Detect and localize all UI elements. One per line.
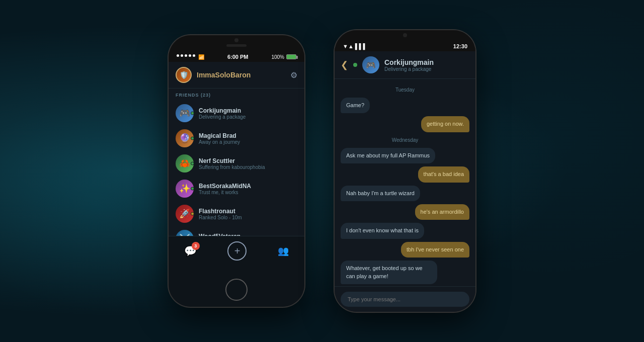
message-bubble: tbh I've never seen one: [401, 242, 469, 258]
signal-dots: 📶: [177, 54, 204, 60]
contact-info: Corkijungmain Delivering a package: [384, 58, 469, 72]
friend-info: Nerf Scuttler Suffering from kabourophob…: [199, 157, 297, 170]
friend-item[interactable]: 🔮 Magical Brad Away on a journey: [169, 126, 304, 151]
message-bubble: I don't even know what that is: [341, 223, 424, 238]
message-bubble: Ask me about my full AP Rammus: [341, 148, 435, 163]
battery-percent: 100%: [271, 54, 284, 60]
message-bubble: that's a bad idea: [418, 166, 469, 182]
home-button-area: [169, 276, 304, 307]
home-button[interactable]: [225, 279, 248, 301]
chat-button[interactable]: 💬 3: [184, 245, 197, 257]
friend-name: Flashtronaut: [199, 208, 297, 215]
day-label-wednesday: Wednesday: [341, 137, 469, 143]
friend-info: Flashtronaut Ranked Solo - 10m: [199, 208, 297, 220]
friend-item[interactable]: ✨ BestSorakaMidNA Trust me, it works: [169, 176, 304, 201]
contact-avatar: 🎮: [362, 56, 379, 73]
friend-status: Trust me, it works: [199, 190, 297, 195]
friend-avatar: ⚔️: [176, 230, 194, 236]
back-button[interactable]: ❮: [341, 59, 348, 70]
message-bubble: Game?: [341, 98, 370, 113]
friend-item[interactable]: 🎮 Corkijungmain Delivering a package: [169, 101, 304, 126]
friend-item[interactable]: ⚔️ Wood5Veteran Just got a pentakill 40m: [169, 226, 304, 236]
message-bubble: he's an armordillo: [415, 204, 469, 220]
app-header: 🛡️ ImmaSoloBaron ⚙: [169, 62, 304, 89]
chat-header: ❮ 🎮 Corkijungmain Delivering a package: [335, 51, 475, 79]
status-time: 6:00 PM: [227, 54, 249, 60]
friend-item[interactable]: 🦀 Nerf Scuttler Suffering from kabouroph…: [169, 151, 304, 176]
friends-label: FRIENDS (23): [169, 89, 304, 101]
friend-status: Delivering a package: [199, 114, 297, 120]
friend-name: Wood5Veteran: [199, 233, 283, 236]
friend-status: Away on a journey: [199, 139, 297, 145]
message-bubble: getting on now.: [421, 116, 469, 132]
user-avatar: 🛡️: [176, 67, 192, 83]
online-dot: [191, 162, 194, 165]
camera: [403, 33, 407, 37]
camera: [234, 38, 238, 42]
battery-status: 100%: [271, 54, 296, 60]
friend-info: Wood5Veteran Just got a pentakill: [199, 233, 283, 236]
friend-info: Corkijungmain Delivering a package: [199, 107, 297, 120]
signal-icon: ▼▲ ▌▌▌: [343, 43, 367, 49]
wifi-icon: 📶: [198, 54, 204, 60]
bottom-navigation: 💬 3 + 👥: [169, 236, 304, 276]
friend-info: Magical Brad Away on a journey: [199, 132, 297, 145]
online-indicator: [353, 63, 357, 67]
friends-list: FRIENDS (23) 🎮 Corkijungmain Delivering …: [169, 89, 304, 236]
online-dot: [191, 137, 194, 140]
right-phone: ▼▲ ▌▌▌ 12:30 ❮ 🎮 Corkijungmain Deliverin…: [335, 30, 475, 312]
left-phone: 📶 6:00 PM 100% 🛡️ ImmaSoloBaron ⚙ FRIEND…: [169, 35, 304, 307]
friends-button[interactable]: 👥: [278, 245, 289, 256]
online-dot: [191, 187, 194, 191]
user-name: ImmaSoloBaron: [197, 71, 285, 79]
message-bubble: Nah baby I'm a turtle wizard: [341, 186, 420, 201]
message-input-bar: [335, 286, 475, 312]
status-bar-right: ▼▲ ▌▌▌ 12:30: [335, 39, 475, 51]
friend-name: BestSorakaMidNA: [199, 183, 297, 190]
friend-status: Ranked Solo - 10m: [199, 215, 297, 220]
friend-name: Nerf Scuttler: [199, 157, 297, 164]
speaker: [226, 44, 247, 47]
add-friend-button[interactable]: +: [227, 241, 247, 261]
friend-info: BestSorakaMidNA Trust me, it works: [199, 183, 297, 195]
time-right: 12:30: [453, 43, 467, 49]
settings-icon[interactable]: ⚙: [290, 70, 297, 80]
message-input[interactable]: [341, 292, 469, 307]
friend-name: Corkijungmain: [199, 107, 297, 114]
friend-name: Magical Brad: [199, 132, 297, 139]
notification-badge: 3: [192, 242, 200, 250]
contact-status: Delivering a package: [384, 66, 469, 72]
plus-icon: +: [234, 245, 240, 257]
online-dot: [191, 212, 194, 216]
friend-status: Suffering from kabourophobia: [199, 164, 297, 170]
online-dot: [191, 112, 194, 115]
messages-area: Tuesday Game? getting on now. Wednesday …: [335, 79, 475, 286]
friend-item[interactable]: 🚀 Flashtronaut Ranked Solo - 10m: [169, 201, 304, 226]
day-label-tuesday: Tuesday: [341, 87, 469, 93]
contact-name: Corkijungmain: [384, 58, 469, 66]
battery-icon: [286, 54, 296, 59]
message-bubble: Whatever, get booted up so we can play a…: [341, 261, 437, 284]
status-bar: 📶 6:00 PM 100%: [169, 50, 304, 62]
friends-icon: 👥: [278, 245, 289, 256]
